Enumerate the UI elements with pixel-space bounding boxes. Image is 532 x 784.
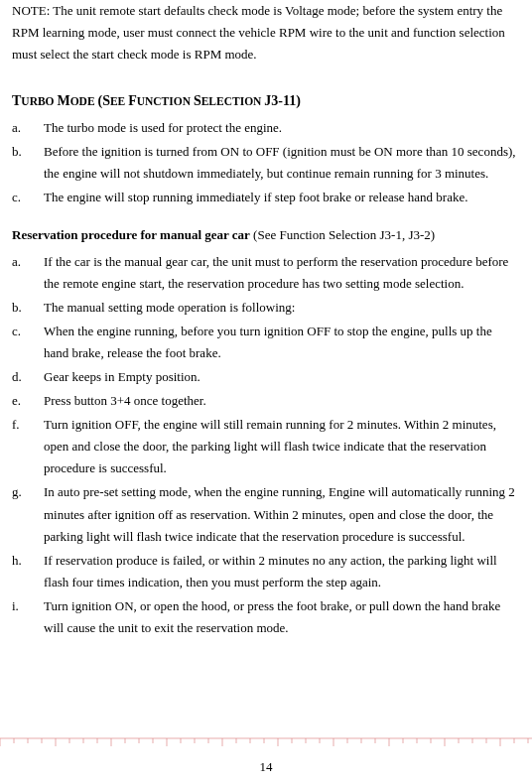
list-label: a. (12, 117, 44, 139)
list-item: g. In auto pre-set setting mode, when th… (12, 481, 520, 547)
list-content: Gear keeps in Empty position. (44, 366, 520, 388)
page-footer: 14 (0, 736, 532, 784)
list-content: Press button 3+4 once together. (44, 390, 520, 412)
reservation-heading-tail: (See Function Selection J3-1, J3-2) (250, 227, 435, 242)
list-content: Turn ignition OFF, the engine will still… (44, 414, 520, 479)
list-content: The turbo mode is used for protect the e… (44, 117, 520, 139)
hd-f: F (128, 93, 137, 108)
list-label: b. (12, 297, 44, 319)
list-content: If reservation produce is failed, or wit… (44, 550, 520, 593)
list-content: If the car is the manual gear car, the u… (44, 251, 520, 295)
list-label: e. (12, 390, 44, 412)
list-item: f. Turn ignition OFF, the engine will st… (12, 414, 520, 479)
hd-election: ELECTION (201, 95, 265, 107)
list-item: b. The manual setting mode operation is … (12, 297, 520, 319)
list-item: d. Gear keeps in Empty position. (12, 366, 520, 388)
turbo-mode-heading: TURBO MODE (SEE FUNCTION SELECTION J3-11… (12, 89, 520, 113)
hd-s1: (S (97, 93, 109, 108)
list-item: h. If reservation produce is failed, or … (12, 550, 520, 593)
list-content: When the engine running, before you turn… (44, 321, 520, 364)
list-label: c. (12, 321, 44, 364)
list-label: g. (12, 481, 44, 547)
hd-ode: ODE (70, 95, 98, 107)
hd-m: M (57, 93, 69, 108)
hd-unction: UNCTION (137, 95, 194, 107)
page-number: 14 (0, 756, 532, 784)
note-paragraph: NOTE: The unit remote start defaults che… (12, 0, 520, 65)
reservation-list: a. If the car is the manual gear car, th… (12, 251, 520, 640)
ruler-icon (0, 736, 532, 748)
list-item: c. When the engine running, before you t… (12, 321, 520, 364)
list-item: a. The turbo mode is used for protect th… (12, 117, 520, 139)
list-content: Turn ignition ON, or open the hood, or p… (44, 595, 520, 639)
list-content: In auto pre-set setting mode, when the e… (44, 481, 520, 547)
list-content: The manual setting mode operation is fol… (44, 297, 520, 319)
list-content: The engine will stop running immediately… (44, 187, 520, 208)
list-label: b. (12, 141, 44, 185)
list-label: h. (12, 550, 44, 593)
hd-j311: J3-11) (264, 93, 301, 108)
list-label: i. (12, 595, 44, 639)
list-item: e. Press button 3+4 once together. (12, 390, 520, 412)
list-item: a. If the car is the manual gear car, th… (12, 251, 520, 295)
list-item: b. Before the ignition is turned from ON… (12, 141, 520, 185)
list-label: d. (12, 366, 44, 388)
hd-urbo: URBO (21, 95, 57, 107)
list-label: f. (12, 414, 44, 479)
list-item: c. The engine will stop running immediat… (12, 187, 520, 208)
list-content: Before the ignition is turned from ON to… (44, 141, 520, 185)
reservation-heading-row: Reservation procedure for manual gear ca… (12, 224, 520, 246)
list-item: i. Turn ignition ON, or open the hood, o… (12, 595, 520, 639)
list-label: a. (12, 251, 44, 295)
reservation-heading: Reservation procedure for manual gear ca… (12, 227, 250, 242)
hd-s2: S (194, 93, 201, 108)
hd-t: T (12, 93, 21, 108)
hd-ee: EE (110, 95, 128, 107)
turbo-list: a. The turbo mode is used for protect th… (12, 117, 520, 208)
list-label: c. (12, 187, 44, 208)
